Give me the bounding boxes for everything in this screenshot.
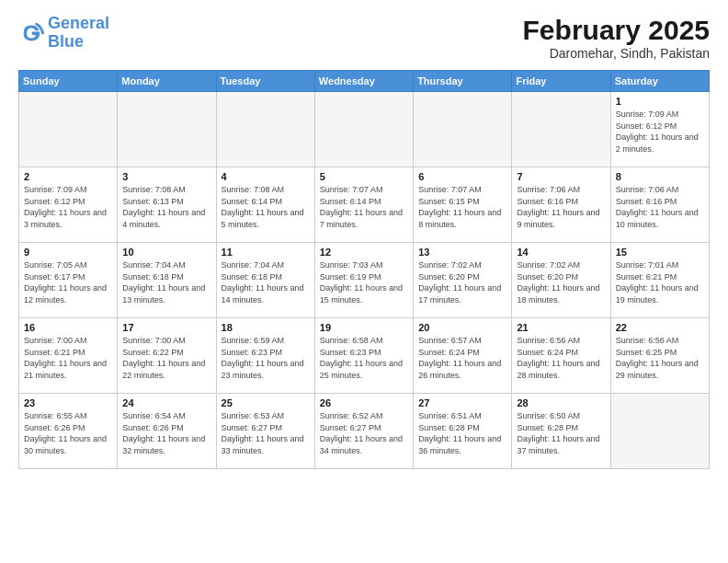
calendar-cell: 24Sunrise: 6:54 AM Sunset: 6:26 PM Dayli…	[118, 394, 216, 469]
calendar-cell: 1Sunrise: 7:09 AM Sunset: 6:12 PM Daylig…	[610, 92, 709, 167]
day-info: Sunrise: 7:02 AM Sunset: 6:20 PM Dayligh…	[517, 259, 605, 305]
day-info: Sunrise: 6:50 AM Sunset: 6:28 PM Dayligh…	[517, 410, 605, 456]
calendar-cell: 23Sunrise: 6:55 AM Sunset: 6:26 PM Dayli…	[19, 394, 118, 469]
day-number: 20	[418, 322, 506, 333]
calendar-cell: 21Sunrise: 6:56 AM Sunset: 6:24 PM Dayli…	[512, 318, 610, 394]
day-number: 11	[222, 247, 310, 258]
day-info: Sunrise: 6:58 AM Sunset: 6:23 PM Dayligh…	[320, 335, 408, 381]
day-info: Sunrise: 7:00 AM Sunset: 6:22 PM Dayligh…	[122, 335, 210, 381]
logo-icon	[18, 20, 44, 46]
logo-line1: General	[48, 14, 109, 32]
day-number: 27	[418, 397, 506, 408]
calendar-cell: 22Sunrise: 6:56 AM Sunset: 6:25 PM Dayli…	[610, 318, 709, 394]
day-info: Sunrise: 6:55 AM Sunset: 6:26 PM Dayligh…	[24, 410, 112, 456]
day-info: Sunrise: 7:04 AM Sunset: 6:18 PM Dayligh…	[122, 259, 210, 305]
day-number: 26	[320, 397, 408, 408]
calendar-cell	[512, 92, 610, 167]
day-number: 12	[320, 247, 408, 258]
calendar-cell	[118, 92, 216, 167]
logo-text: General Blue	[48, 15, 109, 52]
day-number: 6	[418, 171, 506, 182]
calendar-cell: 8Sunrise: 7:06 AM Sunset: 6:16 PM Daylig…	[610, 167, 709, 243]
col-thursday: Thursday	[414, 71, 512, 92]
calendar-cell: 12Sunrise: 7:03 AM Sunset: 6:19 PM Dayli…	[314, 243, 413, 318]
day-number: 14	[517, 247, 605, 258]
day-number: 19	[320, 322, 408, 333]
day-number: 4	[222, 171, 310, 182]
calendar-cell: 19Sunrise: 6:58 AM Sunset: 6:23 PM Dayli…	[314, 318, 413, 394]
calendar-cell	[610, 394, 709, 469]
calendar-cell: 10Sunrise: 7:04 AM Sunset: 6:18 PM Dayli…	[118, 243, 216, 318]
day-info: Sunrise: 6:57 AM Sunset: 6:24 PM Dayligh…	[418, 335, 506, 381]
calendar-week-row: 23Sunrise: 6:55 AM Sunset: 6:26 PM Dayli…	[19, 394, 710, 469]
calendar-title: February 2025	[523, 15, 710, 46]
calendar-cell	[216, 92, 314, 167]
calendar-cell: 5Sunrise: 7:07 AM Sunset: 6:14 PM Daylig…	[314, 167, 413, 243]
day-info: Sunrise: 6:56 AM Sunset: 6:24 PM Dayligh…	[517, 335, 605, 381]
calendar-cell: 14Sunrise: 7:02 AM Sunset: 6:20 PM Dayli…	[512, 243, 610, 318]
calendar-cell: 13Sunrise: 7:02 AM Sunset: 6:20 PM Dayli…	[414, 243, 512, 318]
header: General Blue February 2025 Daromehar, Si…	[18, 15, 710, 61]
page: General Blue February 2025 Daromehar, Si…	[0, 0, 728, 563]
col-wednesday: Wednesday	[314, 71, 413, 92]
col-friday: Friday	[512, 71, 610, 92]
calendar-cell: 26Sunrise: 6:52 AM Sunset: 6:27 PM Dayli…	[314, 394, 413, 469]
calendar-body: 1Sunrise: 7:09 AM Sunset: 6:12 PM Daylig…	[19, 92, 710, 469]
day-number: 10	[122, 247, 210, 258]
day-number: 2	[24, 171, 112, 182]
calendar-cell: 17Sunrise: 7:00 AM Sunset: 6:22 PM Dayli…	[118, 318, 216, 394]
day-info: Sunrise: 6:59 AM Sunset: 6:23 PM Dayligh…	[222, 335, 310, 381]
day-info: Sunrise: 7:03 AM Sunset: 6:19 PM Dayligh…	[320, 259, 408, 305]
calendar-cell: 3Sunrise: 7:08 AM Sunset: 6:13 PM Daylig…	[118, 167, 216, 243]
logo-line2: Blue	[48, 32, 84, 51]
day-number: 8	[616, 171, 704, 182]
calendar-cell: 7Sunrise: 7:06 AM Sunset: 6:16 PM Daylig…	[512, 167, 610, 243]
calendar-cell	[19, 92, 118, 167]
day-info: Sunrise: 6:56 AM Sunset: 6:25 PM Dayligh…	[616, 335, 704, 381]
col-tuesday: Tuesday	[216, 71, 314, 92]
day-number: 5	[320, 171, 408, 182]
calendar-week-row: 2Sunrise: 7:09 AM Sunset: 6:12 PM Daylig…	[19, 167, 710, 243]
calendar-cell: 25Sunrise: 6:53 AM Sunset: 6:27 PM Dayli…	[216, 394, 314, 469]
day-number: 7	[517, 171, 605, 182]
day-info: Sunrise: 7:05 AM Sunset: 6:17 PM Dayligh…	[24, 259, 112, 305]
day-info: Sunrise: 7:02 AM Sunset: 6:20 PM Dayligh…	[418, 259, 506, 305]
day-number: 16	[24, 322, 112, 333]
calendar-cell: 6Sunrise: 7:07 AM Sunset: 6:15 PM Daylig…	[414, 167, 512, 243]
day-number: 25	[222, 397, 310, 408]
day-info: Sunrise: 6:54 AM Sunset: 6:26 PM Dayligh…	[122, 410, 210, 456]
calendar-cell: 27Sunrise: 6:51 AM Sunset: 6:28 PM Dayli…	[414, 394, 512, 469]
calendar-cell: 11Sunrise: 7:04 AM Sunset: 6:18 PM Dayli…	[216, 243, 314, 318]
day-info: Sunrise: 7:01 AM Sunset: 6:21 PM Dayligh…	[616, 259, 704, 305]
calendar-cell: 20Sunrise: 6:57 AM Sunset: 6:24 PM Dayli…	[414, 318, 512, 394]
day-info: Sunrise: 7:07 AM Sunset: 6:15 PM Dayligh…	[418, 184, 506, 230]
day-info: Sunrise: 7:00 AM Sunset: 6:21 PM Dayligh…	[24, 335, 112, 381]
calendar-week-row: 16Sunrise: 7:00 AM Sunset: 6:21 PM Dayli…	[19, 318, 710, 394]
calendar-cell: 28Sunrise: 6:50 AM Sunset: 6:28 PM Dayli…	[512, 394, 610, 469]
day-number: 9	[24, 247, 112, 258]
day-info: Sunrise: 7:06 AM Sunset: 6:16 PM Dayligh…	[616, 184, 704, 230]
col-sunday: Sunday	[19, 71, 118, 92]
day-info: Sunrise: 6:53 AM Sunset: 6:27 PM Dayligh…	[222, 410, 310, 456]
calendar-cell: 18Sunrise: 6:59 AM Sunset: 6:23 PM Dayli…	[216, 318, 314, 394]
day-info: Sunrise: 6:51 AM Sunset: 6:28 PM Dayligh…	[418, 410, 506, 456]
day-number: 23	[24, 397, 112, 408]
day-number: 18	[222, 322, 310, 333]
calendar-cell: 16Sunrise: 7:00 AM Sunset: 6:21 PM Dayli…	[19, 318, 118, 394]
calendar-week-row: 1Sunrise: 7:09 AM Sunset: 6:12 PM Daylig…	[19, 92, 710, 167]
day-number: 17	[122, 322, 210, 333]
day-number: 21	[517, 322, 605, 333]
day-number: 28	[517, 397, 605, 408]
day-number: 3	[122, 171, 210, 182]
calendar-subtitle: Daromehar, Sindh, Pakistan	[523, 46, 710, 61]
calendar-table: Sunday Monday Tuesday Wednesday Thursday…	[18, 70, 710, 469]
day-info: Sunrise: 7:07 AM Sunset: 6:14 PM Dayligh…	[320, 184, 408, 230]
day-number: 15	[616, 247, 704, 258]
day-number: 1	[616, 96, 704, 107]
day-number: 13	[418, 247, 506, 258]
calendar-cell	[414, 92, 512, 167]
calendar-cell: 9Sunrise: 7:05 AM Sunset: 6:17 PM Daylig…	[19, 243, 118, 318]
calendar-header-row: Sunday Monday Tuesday Wednesday Thursday…	[19, 71, 710, 92]
calendar-cell: 15Sunrise: 7:01 AM Sunset: 6:21 PM Dayli…	[610, 243, 709, 318]
day-info: Sunrise: 7:06 AM Sunset: 6:16 PM Dayligh…	[517, 184, 605, 230]
